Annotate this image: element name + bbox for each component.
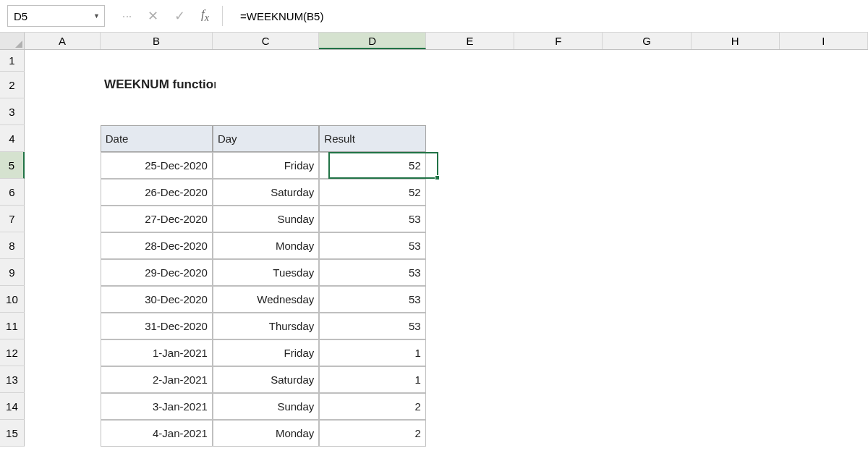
- cell-i10[interactable]: [780, 286, 868, 313]
- cell-d3[interactable]: [319, 98, 425, 125]
- cell-b3[interactable]: [101, 98, 213, 125]
- cell-h15[interactable]: [691, 420, 779, 447]
- cell-e1[interactable]: [426, 50, 514, 72]
- cell-b2-title[interactable]: WEEKNUM function: [100, 72, 216, 98]
- cell-c10[interactable]: Wednesday: [213, 286, 319, 313]
- cell-a11[interactable]: [25, 313, 101, 339]
- cell-d10[interactable]: 53: [319, 286, 425, 313]
- cell-b8[interactable]: 28-Dec-2020: [101, 232, 213, 259]
- cell-b12[interactable]: 1-Jan-2021: [101, 339, 213, 366]
- cell-e11[interactable]: [426, 313, 514, 339]
- cell-d11[interactable]: 53: [319, 313, 425, 339]
- cell-d15[interactable]: 2: [319, 420, 425, 447]
- cell-a12[interactable]: [25, 339, 101, 366]
- cell-i3[interactable]: [780, 98, 868, 125]
- cell-h4[interactable]: [691, 125, 779, 152]
- column-header-f[interactable]: F: [514, 33, 603, 49]
- cell-e6[interactable]: [426, 179, 514, 206]
- fx-icon[interactable]: fx: [201, 7, 209, 24]
- cell-e9[interactable]: [426, 259, 514, 286]
- cell-a10[interactable]: [25, 286, 101, 313]
- cell-c1[interactable]: [213, 50, 319, 72]
- cell-f4[interactable]: [514, 125, 603, 152]
- cell-a9[interactable]: [25, 259, 101, 286]
- cell-g5[interactable]: [603, 152, 691, 179]
- cell-e4[interactable]: [426, 125, 514, 152]
- cell-e3[interactable]: [426, 98, 514, 125]
- cell-f9[interactable]: [514, 259, 603, 286]
- column-header-d[interactable]: D: [319, 33, 425, 49]
- cell-i1[interactable]: [780, 50, 868, 72]
- cell-c13[interactable]: Saturday: [213, 366, 319, 393]
- row-header-13[interactable]: 13: [0, 366, 25, 393]
- cell-d5[interactable]: 52: [319, 152, 425, 179]
- cell-h6[interactable]: [691, 179, 779, 206]
- cell-e8[interactable]: [426, 232, 514, 259]
- cell-a2[interactable]: [25, 72, 100, 98]
- cell-a15[interactable]: [25, 420, 101, 447]
- cell-g8[interactable]: [603, 232, 691, 259]
- cell-h2[interactable]: [692, 72, 780, 98]
- cell-d9[interactable]: 53: [319, 259, 425, 286]
- row-header-2[interactable]: 2: [0, 72, 25, 98]
- cell-e5[interactable]: [426, 152, 514, 179]
- column-header-a[interactable]: A: [25, 33, 101, 49]
- cell-f15[interactable]: [514, 420, 603, 447]
- cell-f7[interactable]: [514, 206, 603, 232]
- cell-i4[interactable]: [780, 125, 868, 152]
- cell-g6[interactable]: [603, 179, 691, 206]
- cell-c2[interactable]: [216, 72, 322, 98]
- cell-b10[interactable]: 30-Dec-2020: [101, 286, 213, 313]
- cell-d4-header-result[interactable]: Result: [319, 125, 425, 152]
- cell-b13[interactable]: 2-Jan-2021: [101, 366, 213, 393]
- cell-a6[interactable]: [25, 179, 101, 206]
- column-header-h[interactable]: H: [692, 33, 780, 49]
- row-header-6[interactable]: 6: [0, 179, 25, 206]
- column-header-e[interactable]: E: [426, 33, 514, 49]
- cell-d13[interactable]: 1: [319, 366, 425, 393]
- row-header-15[interactable]: 15: [0, 420, 25, 447]
- cell-g7[interactable]: [603, 206, 691, 232]
- cell-f10[interactable]: [514, 286, 603, 313]
- cell-h1[interactable]: [691, 50, 779, 72]
- cell-f3[interactable]: [514, 98, 603, 125]
- cell-g15[interactable]: [603, 420, 691, 447]
- cell-h3[interactable]: [691, 98, 779, 125]
- cell-h10[interactable]: [691, 286, 779, 313]
- cell-f5[interactable]: [514, 152, 603, 179]
- column-header-c[interactable]: C: [213, 33, 319, 49]
- cell-d2[interactable]: [322, 72, 428, 98]
- cell-h13[interactable]: [691, 366, 779, 393]
- cell-a8[interactable]: [25, 232, 101, 259]
- cell-g13[interactable]: [603, 366, 691, 393]
- cell-h12[interactable]: [691, 339, 779, 366]
- cell-e13[interactable]: [426, 366, 514, 393]
- cell-i7[interactable]: [780, 206, 868, 232]
- cell-h5[interactable]: [692, 152, 780, 179]
- cell-i13[interactable]: [780, 366, 868, 393]
- cell-b15[interactable]: 4-Jan-2021: [101, 420, 213, 447]
- select-all-corner[interactable]: [0, 33, 25, 49]
- cell-d6[interactable]: 52: [319, 179, 425, 206]
- row-header-7[interactable]: 7: [0, 206, 25, 232]
- cell-d8[interactable]: 53: [319, 232, 425, 259]
- cell-f13[interactable]: [514, 366, 603, 393]
- column-header-g[interactable]: G: [603, 33, 691, 49]
- cell-c14[interactable]: Sunday: [213, 393, 319, 420]
- cell-g9[interactable]: [603, 259, 691, 286]
- cell-a1[interactable]: [25, 50, 101, 72]
- cell-b9[interactable]: 29-Dec-2020: [101, 259, 213, 286]
- row-header-10[interactable]: 10: [0, 286, 25, 313]
- cell-g2[interactable]: [604, 72, 692, 98]
- cell-a13[interactable]: [25, 366, 101, 393]
- cell-f8[interactable]: [514, 232, 603, 259]
- cell-b14[interactable]: 3-Jan-2021: [101, 393, 213, 420]
- cell-h8[interactable]: [691, 232, 779, 259]
- cell-g4[interactable]: [603, 125, 691, 152]
- cell-i12[interactable]: [780, 339, 868, 366]
- cell-g1[interactable]: [603, 50, 691, 72]
- name-box[interactable]: D5 ▼: [7, 5, 105, 27]
- cell-c15[interactable]: Monday: [213, 420, 319, 447]
- cell-f14[interactable]: [514, 393, 603, 420]
- cell-c6[interactable]: Saturday: [213, 179, 319, 206]
